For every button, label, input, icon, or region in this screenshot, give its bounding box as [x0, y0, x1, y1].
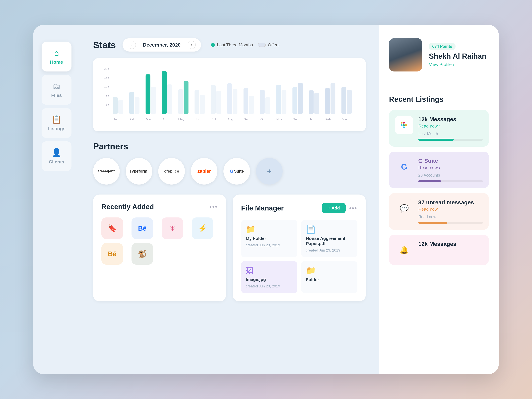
- legend-oval-offers: [258, 43, 266, 47]
- svg-rect-56: [401, 124, 403, 126]
- svg-text:1k: 1k: [106, 103, 109, 106]
- sidebar-item-clients[interactable]: 👤 Clients: [42, 141, 71, 171]
- svg-rect-11: [113, 97, 118, 114]
- date-navigator: ‹ December, 2020 ›: [122, 38, 201, 51]
- file-name-image: Image.jpg: [246, 277, 293, 282]
- bell-icon: 🔔: [400, 246, 409, 254]
- legend-label-three-months: Last Three Months: [217, 42, 253, 48]
- listing-action-messages[interactable]: Read now ›: [418, 207, 483, 212]
- svg-rect-45: [298, 83, 303, 114]
- partner-zapier[interactable]: zapier: [191, 158, 217, 184]
- svg-rect-30: [216, 91, 221, 114]
- app-icon-asterisk[interactable]: ✳: [162, 217, 183, 239]
- svg-text:Oct: Oct: [260, 118, 266, 121]
- file-manager-dots[interactable]: •••: [349, 205, 357, 212]
- listing-content-slack: 12k Messages Read now › Last Month: [418, 116, 483, 141]
- svg-rect-23: [178, 89, 183, 114]
- file-name-folder2: Folder: [306, 277, 353, 282]
- right-panel: 634 Points Shekh Al Raihan View Profile …: [379, 25, 499, 374]
- svg-text:Jan: Jan: [113, 118, 119, 121]
- svg-rect-29: [211, 85, 216, 114]
- partner-add-btn[interactable]: +: [256, 158, 283, 184]
- progress-fill-slack: [418, 139, 454, 141]
- svg-rect-61: [403, 127, 405, 128]
- sidebar-label-listings: Listings: [48, 126, 65, 131]
- view-profile-btn[interactable]: View Profile ›: [429, 62, 489, 67]
- progress-fill-gsuite: [418, 180, 441, 182]
- svg-text:Sep: Sep: [244, 118, 249, 121]
- app-icon-foursquare[interactable]: 🔖: [101, 217, 123, 239]
- svg-rect-51: [330, 83, 335, 114]
- recently-added-card: Recently Added ••• 🔖 Bē ✳ ⚡: [93, 195, 226, 301]
- date-label: December, 2020: [139, 42, 185, 48]
- svg-text:15k: 15k: [104, 76, 109, 79]
- sidebar-item-listings[interactable]: 📋 Listings: [42, 108, 71, 138]
- recently-added-grid: 🔖 Bē ✳ ⚡ Bē 🐒: [101, 217, 218, 265]
- svg-text:Jun: Jun: [195, 118, 200, 121]
- file-item-folder2[interactable]: 📁 Folder: [301, 261, 357, 293]
- gsuite-g-letter: G: [401, 162, 407, 171]
- file-grid: 📁 My Folder created Jun 23, 2019 📄 House…: [241, 220, 357, 293]
- sidebar-item-home[interactable]: ⌂ Home: [42, 42, 71, 71]
- file-date-image: created Jun 23, 2019: [246, 284, 293, 288]
- svg-rect-21: [167, 84, 172, 114]
- stats-chart: 20k 15k 10k 5k 1k Jan Feb Ma: [93, 58, 366, 131]
- svg-rect-24: [184, 81, 189, 114]
- app-icon-mailchimp[interactable]: 🐒: [132, 243, 153, 265]
- recently-added-dots[interactable]: •••: [209, 203, 218, 210]
- file-date-myfolder: created Jun 23, 2019: [246, 243, 293, 247]
- listing-action-gsuite[interactable]: Read now ›: [418, 165, 483, 170]
- next-date-btn[interactable]: ›: [188, 41, 196, 49]
- svg-rect-17: [146, 74, 151, 114]
- svg-rect-33: [233, 89, 237, 114]
- app-icon-behance[interactable]: Bē: [132, 217, 153, 239]
- partner-typeform[interactable]: Typeform|: [126, 158, 152, 184]
- svg-rect-27: [200, 95, 205, 114]
- main-content: Stats ‹ December, 2020 › Last Three Mont…: [80, 25, 379, 374]
- svg-rect-36: [249, 95, 254, 114]
- svg-rect-47: [309, 90, 314, 114]
- listing-icon-gsuite: G: [395, 158, 413, 176]
- svg-text:Aug: Aug: [228, 118, 233, 121]
- listing-action-slack[interactable]: Read now ›: [418, 124, 483, 129]
- svg-text:Nov: Nov: [276, 118, 282, 121]
- stats-title: Stats: [93, 40, 116, 50]
- listing-sub-gsuite: 23 Accounts: [418, 173, 483, 177]
- listing-content-messages2: 12k Messages: [418, 241, 483, 248]
- file-manager-header: File Manager + Add •••: [241, 203, 357, 213]
- file-item-image[interactable]: 🖼 Image.jpg created Jun 23, 2019: [241, 261, 297, 293]
- listing-name-messages: 37 unread messages: [418, 199, 483, 206]
- points-badge: 634 Points: [429, 43, 456, 50]
- svg-text:10k: 10k: [104, 85, 109, 89]
- legend-label-offers: Offers: [268, 42, 279, 48]
- sidebar-item-files[interactable]: 🗂 Files: [42, 75, 71, 105]
- partner-add-icon: +: [267, 167, 272, 176]
- app-icon-behance2[interactable]: Bē: [101, 243, 123, 265]
- home-icon: ⌂: [54, 48, 59, 57]
- listing-card-messages: 💬 37 unread messages Read now › Read now: [389, 193, 489, 230]
- file-add-btn[interactable]: + Add: [322, 203, 346, 213]
- listing-sub-slack: Last Month: [418, 131, 483, 136]
- behance2-icon: Bē: [108, 250, 116, 258]
- app-icon-zendesk[interactable]: ⚡: [192, 217, 213, 239]
- listing-icon-messages: 💬: [395, 199, 413, 217]
- svg-text:Jul: Jul: [212, 118, 216, 121]
- listings-icon: 📋: [51, 115, 62, 124]
- svg-rect-58: [401, 122, 403, 124]
- svg-rect-12: [118, 100, 123, 114]
- legend-last-three-months: Last Three Months: [211, 42, 253, 48]
- svg-rect-14: [129, 92, 134, 114]
- partner-ofspace[interactable]: ofsp_ce: [158, 158, 185, 184]
- svg-rect-50: [325, 88, 330, 114]
- zendesk-icon: ⚡: [198, 224, 207, 233]
- svg-rect-59: [403, 122, 405, 124]
- prev-date-btn[interactable]: ‹: [128, 41, 136, 49]
- behance-icon: Bē: [138, 225, 146, 232]
- listing-card-gsuite: G G Suite Read now › 23 Accounts: [389, 152, 489, 188]
- image-icon: 🖼: [246, 266, 293, 275]
- partner-gsuite[interactable]: G Suite: [223, 158, 250, 184]
- file-item-myfolder[interactable]: 📁 My Folder created Jun 23, 2019: [241, 220, 297, 257]
- partner-freeagent[interactable]: freeagent: [93, 158, 120, 184]
- file-manager-card: File Manager + Add ••• 📁 My Folder creat…: [233, 195, 366, 301]
- file-item-agreement[interactable]: 📄 House Aggreement Paper.pdf created Jun…: [301, 220, 357, 257]
